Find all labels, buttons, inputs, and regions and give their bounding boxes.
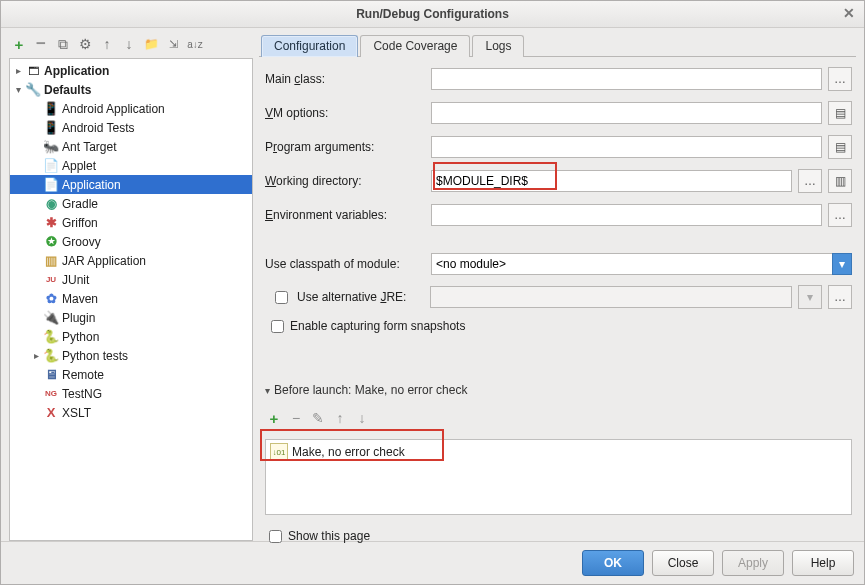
remove-config-icon[interactable]: − <box>33 36 49 52</box>
tab-configuration[interactable]: Configuration <box>261 35 358 57</box>
tree-label: Python tests <box>62 349 128 363</box>
tree-node-xslt[interactable]: XXSLT <box>10 403 252 422</box>
before-launch-up-icon[interactable]: ↑ <box>333 411 347 425</box>
edit-defaults-icon[interactable]: ⚙ <box>77 36 93 52</box>
tree-node-ant-target[interactable]: 🐜Ant Target <box>10 137 252 156</box>
row-program-args: Program arguments: ▤ <box>265 135 852 159</box>
move-up-icon[interactable]: ↑ <box>99 36 115 52</box>
before-launch-item[interactable]: ↓01 Make, no error check <box>268 442 849 462</box>
tree-label: Maven <box>62 292 98 306</box>
run-debug-config-dialog: Run/Debug Configurations ✕ + − ⧉ ⚙ ↑ ↓ 📁… <box>0 0 865 585</box>
browse-main-class-icon[interactable]: … <box>828 67 852 91</box>
titlebar: Run/Debug Configurations ✕ <box>1 1 864 28</box>
right-panel: Configuration Code Coverage Logs Main cl… <box>259 34 856 541</box>
apply-button: Apply <box>722 550 784 576</box>
classpath-select[interactable]: <no module> <box>431 253 852 275</box>
expand-vm-options-icon[interactable]: ▤ <box>828 101 852 125</box>
browse-alt-jre-icon[interactable]: … <box>828 285 852 309</box>
row-alt-jre: Use alternative JRE: ▾ … <box>265 285 852 309</box>
tree-node-plugin[interactable]: 🔌Plugin <box>10 308 252 327</box>
program-args-label: Program arguments: <box>265 140 425 154</box>
show-page-label: Show this page <box>288 529 370 543</box>
browse-working-dir-icon[interactable]: … <box>798 169 822 193</box>
env-vars-input[interactable] <box>431 204 822 226</box>
tree-label: XSLT <box>62 406 91 420</box>
row-enable-snapshots: Enable capturing form snapshots <box>271 319 852 333</box>
ok-button[interactable]: OK <box>582 550 644 576</box>
tree-label: Application <box>44 64 109 78</box>
config-type-icon: 📱 <box>42 101 60 117</box>
tree-node-jar-application[interactable]: ▥JAR Application <box>10 251 252 270</box>
tree-node-android-tests[interactable]: 📱Android Tests <box>10 118 252 137</box>
tree-node-griffon[interactable]: ✱Griffon <box>10 213 252 232</box>
macro-working-dir-icon[interactable]: ▥ <box>828 169 852 193</box>
enable-snapshots-checkbox[interactable] <box>271 320 284 333</box>
tree-label: TestNG <box>62 387 102 401</box>
expand-program-args-icon[interactable]: ▤ <box>828 135 852 159</box>
main-class-input[interactable] <box>431 68 822 90</box>
tree-label: Android Tests <box>62 121 135 135</box>
tree-label: Griffon <box>62 216 98 230</box>
sort-icon[interactable]: a↓z <box>187 36 203 52</box>
tree-node-testng[interactable]: NGTestNG <box>10 384 252 403</box>
row-working-dir: Working directory: … ▥ <box>265 169 852 193</box>
program-args-input[interactable] <box>431 136 822 158</box>
config-tree[interactable]: ▸ 🗔 Application ▾ 🔧 Defaults 📱Android Ap… <box>9 58 253 541</box>
tree-node-junit[interactable]: JUJUnit <box>10 270 252 289</box>
before-launch-add-icon[interactable]: + <box>267 411 281 425</box>
row-vm-options: VM options: ▤ <box>265 101 852 125</box>
before-launch-down-icon[interactable]: ↓ <box>355 411 369 425</box>
tree-node-applet[interactable]: 📄Applet <box>10 156 252 175</box>
tree-node-application[interactable]: 📄Application <box>10 175 252 194</box>
move-down-icon[interactable]: ↓ <box>121 36 137 52</box>
row-env-vars: Environment variables: … <box>265 203 852 227</box>
wrench-icon: 🔧 <box>24 82 42 98</box>
tree-node-application-root[interactable]: ▸ 🗔 Application <box>10 61 252 80</box>
alt-jre-label: Use alternative JRE: <box>297 290 406 304</box>
vm-options-label: VM options: <box>265 106 425 120</box>
close-button[interactable]: Close <box>652 550 714 576</box>
working-dir-input[interactable] <box>431 170 792 192</box>
tree-label: Python <box>62 330 99 344</box>
copy-config-icon[interactable]: ⧉ <box>55 36 71 52</box>
before-launch-remove-icon[interactable]: − <box>289 411 303 425</box>
config-form: Main class: … VM options: ▤ Program argu… <box>259 57 856 551</box>
tree-node-python[interactable]: 🐍Python <box>10 327 252 346</box>
tree-node-defaults[interactable]: ▾ 🔧 Defaults <box>10 80 252 99</box>
config-type-icon: ✱ <box>42 215 60 231</box>
tree-node-python-tests[interactable]: ▸🐍Python tests <box>10 346 252 365</box>
alt-jre-checkbox[interactable] <box>275 291 288 304</box>
tree-label: Groovy <box>62 235 101 249</box>
show-page-checkbox[interactable] <box>269 530 282 543</box>
tree-node-remote[interactable]: 🖥Remote <box>10 365 252 384</box>
chevron-down-icon: ▾ <box>265 385 270 396</box>
config-type-icon: X <box>42 405 60 421</box>
window-close-icon[interactable]: ✕ <box>840 4 858 22</box>
before-launch-toolbar: + − ✎ ↑ ↓ <box>265 407 852 429</box>
tree-node-android-application[interactable]: 📱Android Application <box>10 99 252 118</box>
config-type-icon: ◉ <box>42 196 60 212</box>
tree-label: Android Application <box>62 102 165 116</box>
tree-label: Plugin <box>62 311 95 325</box>
vm-options-input[interactable] <box>431 102 822 124</box>
help-button[interactable]: Help <box>792 550 854 576</box>
tree-node-groovy[interactable]: ✪Groovy <box>10 232 252 251</box>
tree-node-gradle[interactable]: ◉Gradle <box>10 194 252 213</box>
tree-label: JAR Application <box>62 254 146 268</box>
edit-env-vars-icon[interactable]: … <box>828 203 852 227</box>
config-type-icon: NG <box>42 386 60 402</box>
tree-label: Remote <box>62 368 104 382</box>
add-config-icon[interactable]: + <box>11 36 27 52</box>
collapse-icon[interactable]: ⇲ <box>165 36 181 52</box>
tab-logs[interactable]: Logs <box>472 35 524 57</box>
before-launch-header[interactable]: ▾ Before launch: Make, no error check <box>265 383 852 397</box>
config-type-icon: 📱 <box>42 120 60 136</box>
config-type-icon: ✪ <box>42 234 60 250</box>
tree-node-maven[interactable]: ✿Maven <box>10 289 252 308</box>
tree-label: Applet <box>62 159 96 173</box>
folder-icon[interactable]: 📁 <box>143 36 159 52</box>
before-launch-list[interactable]: ↓01 Make, no error check <box>265 439 852 515</box>
tab-code-coverage[interactable]: Code Coverage <box>360 35 470 57</box>
before-launch-edit-icon[interactable]: ✎ <box>311 411 325 425</box>
config-type-icon: 🖥 <box>42 367 60 383</box>
